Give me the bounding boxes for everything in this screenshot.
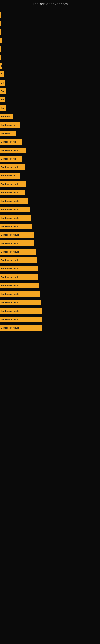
bar-row: Bottleneck result (0, 265, 100, 272)
bar: r (0, 38, 2, 43)
bar: Bottleneck re (0, 122, 20, 128)
bar-label: Bottleneck result (1, 259, 19, 262)
bar: Bot (0, 88, 6, 94)
bar-row: Bottleneck result (0, 290, 100, 298)
bar-row: Bottleneck result (0, 299, 100, 306)
bar: Bottleneck result (0, 316, 42, 322)
bar-row: Bottleneck result (0, 146, 100, 154)
bar-row: Bottleneck result (0, 197, 100, 205)
bar-row (0, 20, 100, 27)
bar-row: Bottleneck result (0, 324, 100, 332)
bar: Bottleneck result (0, 291, 40, 297)
bar: Bottleneck resul (0, 190, 25, 196)
bar-label: Bottleneck resul (1, 166, 18, 168)
bar-label: Bottleneck result (1, 242, 19, 244)
bar-row: Bot (0, 87, 100, 95)
bar-label: Bottleneck re (1, 124, 15, 126)
bar-label: r (1, 39, 1, 42)
bar-label: Bottleneck result (1, 149, 19, 152)
bar-label: Bottlenec (1, 132, 11, 135)
bar: Bottlene (0, 114, 13, 119)
bar: Bottleneck result (0, 249, 36, 254)
bar-row: Bottleneck res (0, 155, 100, 162)
bar-row: B (0, 70, 100, 78)
bar-label: Bottleneck result (1, 310, 19, 312)
bar: Bottleneck result (0, 207, 30, 212)
bar: Bo (0, 80, 5, 86)
bar (0, 12, 1, 18)
bar-row: Bottleneck result (0, 273, 100, 281)
bar-row: Bottleneck result (0, 231, 100, 239)
bar-row: Bottlenec (0, 130, 100, 137)
bar-label: Bottleneck result (1, 268, 19, 270)
bar-row: Bottleneck result (0, 248, 100, 256)
bar-label: Bottleneck result (1, 200, 19, 202)
bar: Bottleneck result (0, 300, 41, 305)
bar: Bottleneck resul (0, 164, 25, 170)
bar-label: Bottleneck result (1, 301, 19, 304)
bar: Bot (0, 105, 6, 111)
bar-row: Bottleneck re (0, 172, 100, 180)
bar-row: Bo (0, 96, 100, 104)
bar-label: Bottleneck result (1, 276, 19, 278)
site-title: TheBottlenecker.com (0, 0, 100, 7)
bar-label: Bottleneck result (1, 327, 19, 329)
bar: Bottlenec (0, 130, 16, 136)
bar: Bottleneck result (0, 325, 42, 331)
bar: Bottleneck result (0, 258, 37, 263)
bar-label: Bottleneck re (1, 174, 15, 177)
bar-row: Bottleneck resul (0, 164, 100, 171)
bar-row (0, 28, 100, 36)
bar-label: Bot (1, 90, 4, 92)
bar: s (0, 63, 2, 69)
bar: B (0, 72, 3, 77)
bar: Bo (0, 97, 5, 102)
bar-row: Bottleneck result (0, 206, 100, 213)
bar-row: Bottleneck result (0, 282, 100, 290)
bar-row: Bottleneck result (0, 214, 100, 222)
bar-row: Bottleneck result (0, 222, 100, 230)
bar-label: Bo (1, 82, 4, 84)
bars-container: rsBBoBotBoBotBottleneBottleneck reBottle… (0, 7, 100, 332)
bar: Bottleneck result (0, 148, 26, 153)
bar: Bottleneck result (0, 274, 38, 280)
bar-row: Bottlene (0, 113, 100, 120)
bar: Bottleneck result (0, 181, 26, 187)
bar-label: Bottleneck result (1, 284, 19, 287)
bar-label: Bottlene (1, 115, 10, 118)
bar-row: Bottleneck result (0, 256, 100, 264)
bar-label: Bottleneck result (1, 293, 19, 295)
bar (0, 54, 1, 60)
bar-label: B (1, 73, 2, 76)
bar-label: Bot (1, 107, 4, 109)
bar-label: Bottleneck result (1, 225, 19, 228)
bar-label: Bottleneck result (1, 183, 19, 185)
bar-label: Bottleneck resul (1, 192, 18, 194)
bar: Bottleneck res (0, 156, 22, 162)
bar: Bottleneck res (0, 139, 22, 145)
bar-label: Bottleneck res (1, 158, 16, 160)
bar-row (0, 54, 100, 61)
bar: Bottleneck result (0, 283, 39, 288)
bar: Bottleneck result (0, 215, 31, 221)
bar: Bottleneck re (0, 173, 20, 178)
bar-label: Bottleneck result (1, 234, 19, 236)
bar-label: Bottleneck result (1, 208, 19, 211)
bar-row: Bottleneck result (0, 316, 100, 323)
bar-row: Bottleneck res (0, 138, 100, 146)
bar-row (0, 11, 100, 19)
bar-row (0, 45, 100, 53)
bar-label: s (1, 64, 2, 67)
bar-row: r (0, 37, 100, 44)
bar: Bottleneck result (0, 232, 34, 238)
bar-row: Bot (0, 104, 100, 112)
bar (0, 21, 1, 26)
bar-row: Bottleneck result (0, 307, 100, 315)
bar: Bottleneck result (0, 308, 42, 314)
bar-row: Bottleneck result (0, 240, 100, 247)
bar-label: Bottleneck res (1, 141, 16, 143)
bar (0, 46, 1, 52)
bar-row: Bottleneck resul (0, 189, 100, 196)
bar: Bottleneck result (0, 224, 32, 229)
bar (0, 29, 1, 35)
